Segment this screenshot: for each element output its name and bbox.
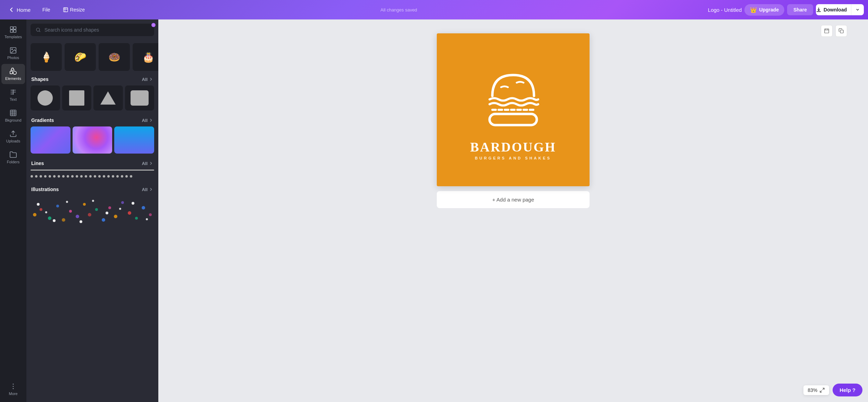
- svg-point-22: [88, 213, 91, 216]
- svg-point-34: [53, 219, 56, 222]
- search-input[interactable]: [44, 27, 149, 33]
- svg-point-15: [40, 208, 42, 211]
- svg-rect-0: [64, 8, 68, 12]
- lines-label: Lines: [31, 161, 44, 166]
- gradients-label: Gradients: [31, 117, 54, 123]
- line-dotted[interactable]: [31, 175, 154, 177]
- shape-circle-item[interactable]: [31, 85, 60, 110]
- icon-sidebar: Templates Photos Elements Text Bkground …: [0, 19, 26, 402]
- svg-point-35: [66, 201, 68, 203]
- sidebar-label-photos: Photos: [7, 56, 19, 60]
- help-button[interactable]: Help ?: [833, 384, 862, 396]
- gradient-item-2[interactable]: [73, 126, 112, 154]
- sidebar-label-more: More: [9, 392, 17, 396]
- svg-point-10: [13, 384, 14, 385]
- add-page-button[interactable]: + Add a new page: [437, 191, 590, 208]
- download-button[interactable]: Download: [816, 4, 851, 15]
- svg-rect-9: [10, 110, 16, 116]
- shapes-header: Shapes All: [26, 75, 158, 85]
- shape-rounded-item[interactable]: [125, 85, 155, 110]
- copy-button[interactable]: [835, 25, 847, 37]
- thumbnail-item[interactable]: 🌮: [65, 43, 96, 71]
- svg-point-30: [142, 206, 145, 210]
- confetti-svg: [31, 196, 154, 223]
- shape-circle: [37, 90, 53, 106]
- sidebar-item-photos[interactable]: Photos: [1, 43, 25, 63]
- svg-point-12: [13, 388, 14, 389]
- elements-panel: 🍦 🌮 🍩 🎂 Shapes All Gradients All: [26, 19, 158, 402]
- sidebar-item-more[interactable]: More: [1, 379, 25, 399]
- lines-container: [26, 170, 158, 182]
- svg-point-33: [45, 211, 47, 213]
- svg-point-18: [62, 218, 65, 222]
- sidebar-item-text[interactable]: Text: [1, 85, 25, 105]
- sidebar-label-elements: Elements: [5, 76, 21, 81]
- download-main[interactable]: Download: [816, 4, 851, 15]
- svg-point-36: [80, 220, 82, 223]
- svg-point-31: [149, 213, 152, 216]
- svg-point-41: [146, 218, 148, 220]
- thumbnail-item[interactable]: 🍦: [31, 43, 62, 71]
- lines-header: Lines All: [26, 159, 158, 170]
- svg-point-16: [48, 216, 51, 220]
- share-button[interactable]: Share: [787, 4, 813, 15]
- line-solid[interactable]: [31, 170, 154, 171]
- gradient-item-3[interactable]: [114, 126, 154, 154]
- download-caret[interactable]: [851, 4, 864, 15]
- bottom-right-controls: 83% Help ?: [803, 384, 862, 396]
- svg-point-38: [106, 212, 108, 214]
- burger-icon: [482, 59, 544, 132]
- svg-rect-3: [10, 30, 13, 32]
- gradients-grid: [26, 126, 158, 159]
- svg-rect-4: [14, 30, 16, 32]
- illustrations-header: Illustrations All: [26, 185, 158, 196]
- shape-rounded: [131, 90, 149, 106]
- gradient-item-1[interactable]: [31, 126, 70, 154]
- svg-point-32: [37, 203, 40, 206]
- brand-sub: BURGERS AND SHAKES: [475, 156, 551, 160]
- search-icon: [35, 27, 41, 33]
- sidebar-item-uploads[interactable]: Uploads: [1, 126, 25, 147]
- thumbnail-item[interactable]: 🍩: [99, 43, 130, 71]
- svg-rect-44: [490, 114, 537, 125]
- thumbnail-item[interactable]: 🎂: [133, 43, 158, 71]
- home-button[interactable]: Home: [4, 5, 35, 15]
- shapes-all-button[interactable]: All: [142, 77, 153, 82]
- resize-button[interactable]: Resize: [58, 5, 90, 15]
- svg-point-21: [83, 203, 86, 206]
- gradients-all-button[interactable]: All: [142, 118, 153, 123]
- svg-rect-42: [825, 29, 829, 33]
- svg-point-28: [128, 211, 131, 215]
- canvas-area: BARDOUGH BURGERS AND SHAKES + Add a new …: [158, 19, 868, 402]
- svg-point-25: [108, 206, 111, 209]
- svg-point-20: [76, 215, 79, 218]
- sidebar-label-folders: Folders: [7, 160, 20, 164]
- shape-triangle-item[interactable]: [93, 85, 123, 110]
- svg-point-7: [13, 71, 16, 74]
- sidebar-item-templates[interactable]: Templates: [1, 22, 25, 42]
- frames-button[interactable]: [821, 25, 833, 37]
- svg-rect-2: [14, 27, 16, 29]
- sidebar-item-background[interactable]: Bkground: [1, 106, 25, 126]
- main-layout: Templates Photos Elements Text Bkground …: [0, 19, 868, 402]
- svg-point-40: [132, 202, 134, 205]
- upgrade-button[interactable]: 👑 Upgrade: [744, 4, 784, 16]
- canvas-tools: [821, 25, 847, 37]
- sidebar-item-folders[interactable]: Folders: [1, 147, 25, 167]
- crown-icon: 👑: [750, 7, 757, 13]
- svg-point-19: [69, 210, 72, 213]
- svg-point-17: [56, 205, 59, 207]
- design-card[interactable]: BARDOUGH BURGERS AND SHAKES: [437, 33, 590, 186]
- file-button[interactable]: File: [37, 5, 55, 15]
- gradients-header: Gradients All: [26, 116, 158, 126]
- shapes-grid: [26, 85, 158, 116]
- document-title: Logo - Untitled: [708, 7, 742, 13]
- svg-rect-8: [10, 71, 12, 74]
- illustrations-preview[interactable]: [26, 196, 158, 223]
- sidebar-item-elements[interactable]: Elements: [1, 64, 25, 84]
- illustrations-all-button[interactable]: All: [142, 187, 153, 192]
- svg-point-24: [102, 218, 105, 222]
- expand-icon[interactable]: [819, 387, 825, 393]
- shape-square-item[interactable]: [62, 85, 92, 110]
- lines-all-button[interactable]: All: [142, 161, 153, 166]
